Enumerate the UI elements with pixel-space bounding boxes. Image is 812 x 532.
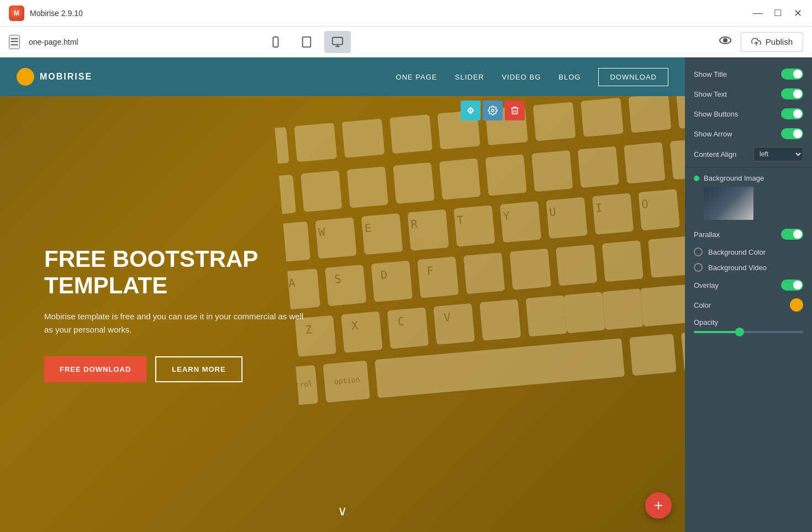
tablet-icon [300, 36, 313, 48]
preview-area: MOBIRISE ONE PAGE SLIDER VIDEO BG BLOG D… [0, 57, 685, 532]
section-action-buttons [461, 101, 525, 120]
overlay-toggle[interactable] [781, 280, 803, 291]
mobile-view-button[interactable] [262, 31, 289, 53]
show-text-row: Show Text [685, 84, 812, 104]
svg-rect-59 [433, 303, 474, 345]
show-title-toggle[interactable] [781, 69, 803, 80]
svg-rect-13 [342, 119, 385, 158]
app-title: Mobirise 2.9.10 [30, 9, 83, 18]
color-swatch[interactable] [790, 298, 803, 312]
nav-link-video-bg[interactable]: VIDEO BG [502, 73, 541, 81]
svg-rect-53 [602, 240, 644, 282]
svg-rect-70 [681, 329, 685, 371]
opacity-slider-thumb[interactable] [735, 328, 744, 336]
show-arrow-row: Show Arrow [685, 124, 812, 144]
svg-text:F: F [426, 264, 434, 278]
nav-link-blog[interactable]: BLOG [558, 73, 581, 81]
show-buttons-toggle[interactable] [781, 108, 803, 119]
learn-more-button[interactable]: LEARN MORE [155, 356, 242, 382]
svg-rect-28 [486, 154, 527, 196]
svg-rect-54 [648, 228, 685, 278]
nav-download-button[interactable]: DOWNLOAD [598, 68, 668, 86]
svg-rect-47 [325, 265, 366, 306]
svg-rect-44 [684, 180, 685, 227]
show-buttons-row: Show Buttons [685, 104, 812, 124]
svg-rect-30 [578, 146, 619, 188]
svg-text:I: I [595, 201, 603, 215]
svg-rect-20 [676, 96, 685, 129]
bg-image-thumb-inner [704, 187, 753, 220]
svg-rect-60 [479, 299, 521, 341]
svg-rect-48 [371, 261, 413, 302]
svg-rect-18 [581, 98, 624, 137]
content-align-row: Content Align left center right [685, 144, 812, 165]
publish-button[interactable]: Publish [741, 32, 803, 52]
svg-rect-19 [629, 96, 672, 133]
close-button[interactable]: ✕ [792, 8, 803, 19]
show-arrow-toggle[interactable] [781, 128, 803, 139]
settings-section-button[interactable] [483, 101, 503, 120]
parallax-toggle[interactable] [781, 229, 803, 240]
svg-rect-69 [629, 334, 676, 376]
logo-circle [17, 68, 34, 86]
hero-content: FREE BOOTSTRAP TEMPLATE Mobirise templat… [0, 246, 304, 383]
show-text-label: Show Text [694, 90, 776, 98]
hero-section: esc Q W E R T Y U I O A S D F Z [0, 96, 685, 532]
bg-image-thumbnail[interactable] [704, 187, 753, 220]
svg-rect-29 [531, 150, 573, 192]
delete-section-button[interactable] [505, 101, 525, 120]
scroll-arrow[interactable]: ∨ [338, 503, 347, 519]
bg-image-label: Background Image [694, 174, 803, 182]
filename-label: one-page.html [29, 38, 78, 46]
window-controls: — ☐ ✕ [752, 8, 803, 19]
cloud-upload-icon [751, 37, 761, 47]
view-controls [262, 31, 351, 53]
hamburger-button[interactable]: ☰ [9, 35, 20, 49]
background-color-row: Background Color [685, 244, 812, 260]
svg-text:V: V [443, 310, 451, 324]
svg-point-8 [724, 39, 727, 42]
content-align-label: Content Align [694, 150, 748, 159]
free-download-button[interactable]: FREE DOWNLOAD [44, 356, 146, 382]
background-color-label: Background Color [708, 248, 766, 256]
desktop-view-button[interactable] [324, 31, 351, 53]
background-video-radio[interactable] [694, 263, 703, 272]
right-controls: Publish [719, 32, 803, 52]
minimize-button[interactable]: — [752, 8, 763, 19]
overlay-row: Overlay [685, 275, 812, 295]
svg-rect-51 [509, 249, 551, 290]
add-section-button[interactable]: + [645, 492, 672, 519]
content-align-select[interactable]: left center right [753, 147, 803, 161]
parallax-row: Parallax [685, 224, 812, 244]
opacity-slider-fill [694, 331, 737, 333]
site-nav-links: ONE PAGE SLIDER VIDEO BG BLOG DOWNLOAD [396, 68, 668, 86]
show-buttons-label: Show Buttons [694, 110, 776, 118]
show-text-toggle[interactable] [781, 88, 803, 99]
color-row: Color [685, 295, 812, 315]
move-icon [466, 106, 476, 115]
maximize-button[interactable]: ☐ [772, 8, 783, 19]
preview-button[interactable] [719, 34, 732, 50]
svg-rect-25 [347, 166, 388, 208]
svg-text:E: E [364, 222, 372, 235]
hero-buttons: FREE DOWNLOAD LEARN MORE [44, 356, 304, 382]
nav-link-slider[interactable]: SLIDER [455, 73, 484, 81]
background-video-row: Background Video [685, 260, 812, 275]
nav-link-one-page[interactable]: ONE PAGE [396, 73, 437, 81]
background-color-radio[interactable] [694, 247, 703, 256]
svg-rect-68 [375, 338, 625, 398]
svg-rect-14 [389, 114, 433, 154]
settings-panel: Show Title Show Text Show Buttons Show A… [685, 57, 812, 532]
move-section-button[interactable] [461, 101, 481, 120]
tablet-view-button[interactable] [293, 31, 320, 53]
svg-rect-50 [463, 252, 505, 294]
svg-text:S: S [334, 272, 342, 286]
svg-rect-57 [341, 312, 382, 353]
show-title-row: Show Title [685, 64, 812, 84]
site-logo: MOBIRISE [17, 68, 92, 86]
color-label: Color [694, 301, 784, 309]
svg-rect-49 [417, 256, 458, 298]
hero-subtitle: Mobirise template is free and you can us… [44, 310, 304, 336]
hero-title: FREE BOOTSTRAP TEMPLATE [44, 246, 304, 299]
svg-rect-32 [670, 138, 685, 180]
